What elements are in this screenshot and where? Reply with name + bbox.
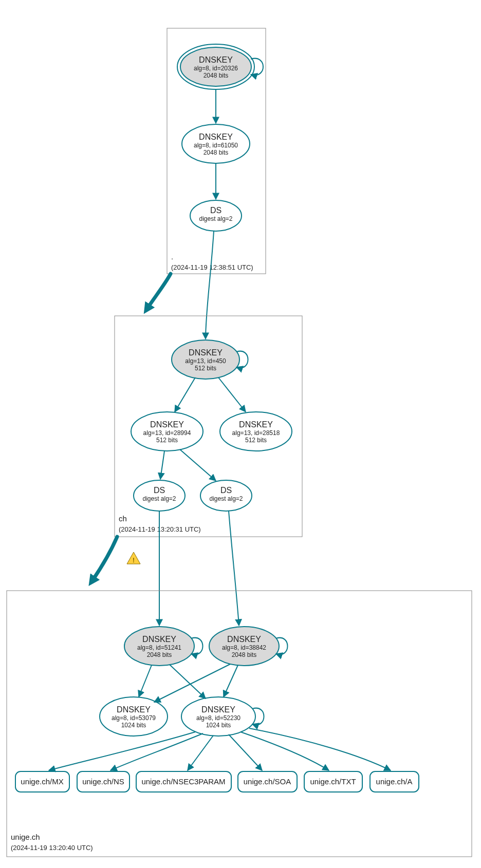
svg-text:DNSKEY: DNSKEY — [239, 420, 273, 429]
node-unige-dnskey-ksk1: DNSKEY alg=8, id=51241 2048 bits — [124, 627, 194, 666]
svg-text:DNSKEY: DNSKEY — [199, 55, 233, 64]
svg-text:512 bits: 512 bits — [156, 437, 178, 444]
node-ch-dnskey-zsk1: DNSKEY alg=13, id=28994 512 bits — [131, 412, 203, 451]
svg-text:DNSKEY: DNSKEY — [199, 133, 233, 141]
edge-zsk2-txt — [240, 732, 329, 770]
svg-text:digest alg=2: digest alg=2 — [199, 215, 232, 222]
zone-unige-label: unige.ch — [11, 833, 40, 841]
node-root-dnskey-ksk: DNSKEY alg=8, id=20326 2048 bits — [177, 44, 254, 89]
svg-text:alg=8, id=53079: alg=8, id=53079 — [112, 714, 156, 722]
edge-zsk2-nsec3 — [188, 735, 213, 770]
svg-text:alg=8, id=20326: alg=8, id=20326 — [194, 65, 238, 72]
dnssec-chain-diagram: . (2024-11-19 12:38:51 UTC) DNSKEY alg=8… — [0, 0, 481, 868]
edge-ch-zsk1-ds1 — [160, 451, 164, 479]
svg-text:DS: DS — [220, 486, 232, 495]
edge-ch-ksk-zsk1 — [175, 378, 195, 412]
edge-unige-ksk1-zsk2 — [170, 665, 206, 699]
svg-text:1024 bits: 1024 bits — [121, 722, 146, 729]
edge-ch-ksk-zsk2 — [218, 378, 246, 412]
edge-ch-ds2-to-unige-ksk2 — [229, 511, 239, 626]
svg-text:alg=8, id=38842: alg=8, id=38842 — [222, 644, 266, 651]
node-root-dnskey-zsk: DNSKEY alg=8, id=61050 2048 bits — [182, 124, 250, 163]
zone-root: . (2024-11-19 12:38:51 UTC) DNSKEY alg=8… — [167, 28, 266, 274]
svg-text:DS: DS — [154, 486, 165, 495]
svg-text:alg=13, id=28518: alg=13, id=28518 — [232, 429, 280, 437]
svg-text:unige.ch/NSEC3PARAM: unige.ch/NSEC3PARAM — [141, 777, 225, 786]
svg-text:2048 bits: 2048 bits — [147, 651, 172, 658]
leaf-txt: unige.ch/TXT — [304, 771, 362, 792]
svg-text:alg=8, id=52230: alg=8, id=52230 — [196, 714, 240, 722]
node-unige-dnskey-ksk2: DNSKEY alg=8, id=38842 2048 bits — [209, 627, 279, 666]
svg-text:DNSKEY: DNSKEY — [189, 348, 223, 357]
edge-unige-ksk2-zsk1 — [154, 664, 230, 702]
node-unige-dnskey-zsk1: DNSKEY alg=8, id=53079 1024 bits — [100, 697, 168, 736]
svg-text:2048 bits: 2048 bits — [203, 72, 229, 79]
leaf-soa: unige.ch/SOA — [238, 771, 297, 792]
edge-zsk2-soa — [229, 734, 262, 770]
svg-text:DNSKEY: DNSKEY — [150, 420, 184, 429]
svg-text:DNSKEY: DNSKEY — [227, 635, 261, 644]
zone-ch: ch (2024-11-19 13:20:31 UTC) DNSKEY alg=… — [115, 316, 302, 537]
edge-ch-zsk1-ds2 — [180, 449, 216, 481]
leaf-mx: unige.ch/MX — [15, 771, 69, 792]
leaf-a: unige.ch/A — [370, 771, 419, 792]
svg-text:2048 bits: 2048 bits — [232, 651, 257, 658]
svg-text:alg=13, id=28994: alg=13, id=28994 — [143, 429, 191, 437]
svg-text:unige.ch/A: unige.ch/A — [376, 777, 413, 786]
svg-text:digest alg=2: digest alg=2 — [142, 495, 176, 502]
edge-zsk2-a — [249, 728, 391, 770]
svg-text:alg=8, id=61050: alg=8, id=61050 — [194, 142, 238, 149]
zone-unige-ts: (2024-11-19 13:20:40 UTC) — [11, 844, 93, 852]
leaf-ns: unige.ch/NS — [77, 771, 130, 792]
zone-root-ts: (2024-11-19 12:38:51 UTC) — [171, 263, 253, 271]
svg-text:DNSKEY: DNSKEY — [201, 705, 235, 714]
edge-unige-ksk2-zsk2 — [224, 665, 238, 697]
svg-text:2048 bits: 2048 bits — [203, 149, 229, 156]
delegation-root-to-ch — [147, 274, 171, 308]
zone-unige: unige.ch (2024-11-19 13:20:40 UTC) DNSKE… — [7, 591, 472, 857]
node-ch-ds2: DS digest alg=2 — [200, 480, 252, 511]
svg-text:unige.ch/TXT: unige.ch/TXT — [310, 777, 356, 786]
edge-zsk2-ns — [110, 733, 203, 770]
svg-text:alg=8, id=51241: alg=8, id=51241 — [137, 644, 181, 651]
edge-unige-ksk1-zsk1 — [139, 665, 152, 697]
svg-text:DS: DS — [210, 206, 221, 215]
warning-icon: ! — [127, 552, 140, 564]
edge-zsk2-mx — [49, 732, 195, 770]
svg-text:512 bits: 512 bits — [245, 437, 267, 444]
svg-text:DNSKEY: DNSKEY — [142, 635, 176, 644]
node-root-ds: DS digest alg=2 — [190, 200, 242, 231]
svg-text:1024 bits: 1024 bits — [206, 722, 231, 729]
svg-text:alg=13, id=450: alg=13, id=450 — [185, 357, 226, 365]
svg-text:!: ! — [133, 556, 135, 564]
zone-ch-label: ch — [119, 514, 127, 523]
node-unige-dnskey-zsk2: DNSKEY alg=8, id=52230 1024 bits — [181, 697, 255, 736]
edge-root-ds-to-ch-ksk — [206, 231, 214, 339]
node-ch-dnskey-zsk2: DNSKEY alg=13, id=28518 512 bits — [220, 412, 292, 451]
zone-root-label: . — [171, 252, 173, 261]
svg-text:unige.ch/NS: unige.ch/NS — [82, 777, 124, 786]
leaf-nsec3param: unige.ch/NSEC3PARAM — [136, 771, 231, 792]
svg-text:DNSKEY: DNSKEY — [117, 705, 151, 714]
svg-text:unige.ch/MX: unige.ch/MX — [21, 777, 63, 786]
delegation-ch-to-unige: ! — [92, 537, 140, 580]
svg-text:512 bits: 512 bits — [195, 365, 216, 372]
node-ch-dnskey-ksk: DNSKEY alg=13, id=450 512 bits — [172, 340, 239, 379]
svg-text:unige.ch/SOA: unige.ch/SOA — [244, 777, 291, 786]
node-ch-ds1: DS digest alg=2 — [134, 480, 185, 511]
svg-text:digest alg=2: digest alg=2 — [209, 495, 243, 502]
